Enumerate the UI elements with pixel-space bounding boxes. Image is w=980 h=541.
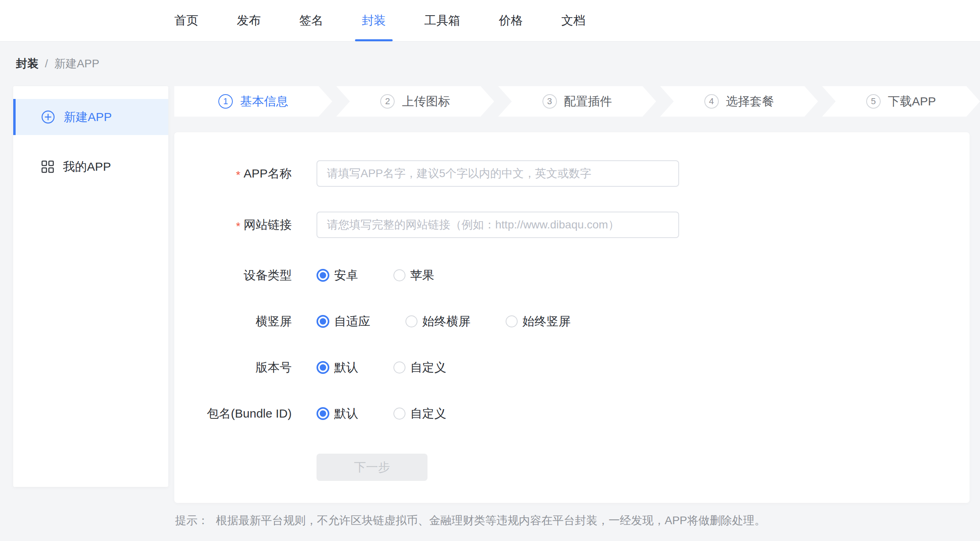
orientation-auto-radio[interactable]: 自适应	[317, 313, 370, 330]
site-url-row: * 网站链接	[174, 212, 970, 238]
wizard-step-3: 3 配置插件	[498, 86, 656, 117]
nav-item-price[interactable]: 价格	[499, 0, 523, 41]
bundle-id-default-radio[interactable]: 默认	[317, 406, 358, 422]
step-number-badge: 1	[218, 94, 233, 109]
radio-unchecked-icon	[393, 361, 405, 373]
sidebar-item-my-app[interactable]: 我的APP	[13, 149, 168, 185]
bundle-id-row: 包名(Bundle ID) 默认 自定义	[174, 406, 970, 422]
radio-unchecked-icon	[393, 269, 405, 281]
step-wizard: 1 基本信息 2 上传图标 3 配置插件 4 选择套餐 5 下载APP	[174, 86, 980, 117]
sidebar-item-label: 新建APP	[64, 109, 112, 125]
breadcrumb-section[interactable]: 封装	[16, 56, 38, 71]
wizard-step-1: 1 基本信息	[174, 86, 332, 117]
nav-item-publish[interactable]: 发布	[237, 0, 261, 41]
step-label: 配置插件	[564, 93, 612, 110]
site-url-input[interactable]	[317, 212, 679, 238]
orientation-landscape-radio[interactable]: 始终横屏	[405, 313, 470, 330]
nav-item-toolbox[interactable]: 工具箱	[424, 0, 460, 41]
platform-rule-tip: 提示：根据最新平台规则，不允许区块链虚拟币、金融理财类等违规内容在平台封装，一经…	[174, 513, 980, 528]
app-name-label: * APP名称	[174, 166, 292, 182]
step-number-badge: 5	[866, 94, 881, 109]
grid-icon	[41, 160, 54, 173]
sidebar-item-new-app[interactable]: 新建APP	[13, 99, 168, 135]
orientation-portrait-radio[interactable]: 始终竖屏	[506, 313, 571, 330]
step-label: 下载APP	[888, 93, 936, 110]
plus-circle-icon	[41, 110, 55, 124]
step-label: 基本信息	[240, 93, 288, 110]
basic-info-form-card: * APP名称 * 网站链接 设备类型	[174, 132, 970, 503]
main-nav: 首页 发布 签名 封装 工具箱 价格 文档	[174, 0, 585, 41]
version-row: 版本号 默认 自定义	[174, 359, 970, 375]
sidebar: 新建APP 我的APP	[13, 86, 168, 487]
bundle-id-label: 包名(Bundle ID)	[174, 406, 292, 422]
app-name-row: * APP名称	[174, 160, 970, 187]
nav-item-home[interactable]: 首页	[174, 0, 198, 41]
radio-unchecked-icon	[393, 408, 405, 420]
tip-prefix: 提示：	[175, 514, 209, 527]
main-content: 1 基本信息 2 上传图标 3 配置插件 4 选择套餐 5 下载APP	[174, 86, 980, 528]
wizard-step-5: 5 下载APP	[822, 86, 980, 117]
device-type-android-radio[interactable]: 安卓	[317, 267, 358, 284]
breadcrumb: 封装 / 新建APP	[16, 42, 99, 86]
radio-unchecked-icon	[405, 315, 417, 327]
device-type-label: 设备类型	[174, 267, 292, 284]
version-default-radio[interactable]: 默认	[317, 359, 358, 376]
app-name-input[interactable]	[317, 160, 679, 187]
breadcrumb-separator: /	[45, 57, 48, 70]
step-number-badge: 3	[542, 94, 557, 109]
device-type-row: 设备类型 安卓 苹果	[174, 267, 970, 283]
nav-item-package[interactable]: 封装	[362, 0, 386, 41]
wizard-step-2: 2 上传图标	[336, 86, 494, 117]
radio-checked-icon	[317, 407, 329, 420]
tip-text: 根据最新平台规则，不允许区块链虚拟币、金融理财类等违规内容在平台封装，一经发现，…	[216, 514, 766, 527]
radio-checked-icon	[317, 315, 329, 328]
step-number-badge: 4	[704, 94, 719, 109]
radio-unchecked-icon	[506, 315, 518, 327]
breadcrumb-current: 新建APP	[54, 56, 99, 71]
required-asterisk: *	[236, 169, 240, 182]
radio-checked-icon	[317, 361, 329, 374]
nav-item-docs[interactable]: 文档	[561, 0, 585, 41]
version-label: 版本号	[174, 359, 292, 376]
orientation-label: 横竖屏	[174, 313, 292, 330]
step-label: 选择套餐	[726, 93, 774, 110]
page: 首页 发布 签名 封装 工具箱 价格 文档 封装 / 新建APP 新建APP	[0, 0, 980, 541]
version-custom-radio[interactable]: 自定义	[393, 359, 446, 376]
radio-checked-icon	[317, 269, 329, 282]
next-step-button[interactable]: 下一步	[317, 454, 427, 481]
step-label: 上传图标	[402, 93, 450, 110]
site-url-label: * 网站链接	[174, 217, 292, 233]
wizard-step-4: 4 选择套餐	[660, 86, 818, 117]
device-type-ios-radio[interactable]: 苹果	[393, 267, 434, 284]
submit-row: 下一步	[174, 454, 970, 481]
required-asterisk: *	[236, 220, 240, 233]
sidebar-item-label: 我的APP	[63, 159, 111, 175]
nav-item-sign[interactable]: 签名	[299, 0, 323, 41]
step-number-badge: 2	[380, 94, 395, 109]
top-nav-bar: 首页 发布 签名 封装 工具箱 价格 文档	[0, 0, 980, 42]
orientation-row: 横竖屏 自适应 始终横屏 始终竖屏	[174, 313, 970, 329]
bundle-id-custom-radio[interactable]: 自定义	[393, 406, 446, 422]
